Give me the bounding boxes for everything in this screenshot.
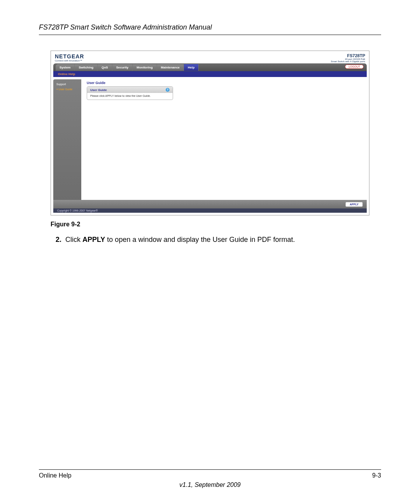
copyright-bar: Copyright © 1996-2007 Netgear®	[53, 208, 367, 213]
content-area: User Guide User Guide ? Please click APP…	[81, 79, 367, 200]
bottom-bar: APPLY	[53, 200, 367, 208]
product-name: FS728TP	[331, 53, 365, 58]
tab-system[interactable]: System	[56, 64, 75, 71]
screenshot-header: NETGEAR Connect with Innovation™ FS728TP…	[51, 51, 369, 63]
logo-tagline: Connect with Innovation™	[55, 60, 84, 62]
product-block: FS728TP 24-port 10/100 PoE Smart Switch …	[331, 53, 365, 63]
instruction-step: 2. Click APPLY to open a window and disp…	[51, 235, 369, 244]
step-text-bold: APPLY	[82, 236, 105, 243]
help-icon[interactable]: ?	[166, 88, 170, 92]
panel-box: User Guide ? Please click APPLY below to…	[87, 86, 173, 100]
tab-monitoring[interactable]: Monitoring	[133, 64, 157, 71]
logout-button[interactable]: LOGOUT	[345, 65, 364, 69]
footer-page-number: 9-3	[372, 472, 381, 479]
page-header-title: FS728TP Smart Switch Software Administra…	[39, 23, 381, 35]
screenshot: NETGEAR Connect with Innovation™ FS728TP…	[51, 51, 369, 215]
step-number: 2.	[51, 235, 65, 244]
figure-container: NETGEAR Connect with Innovation™ FS728TP…	[51, 51, 369, 228]
subnav-online-help[interactable]: Online Help	[53, 71, 367, 77]
logo-block: NETGEAR Connect with Innovation™	[55, 53, 84, 62]
tab-security[interactable]: Security	[112, 64, 133, 71]
page-footer: Online Help 9-3 v1.1, September 2009	[39, 469, 381, 488]
panel-note: Please click APPLY below to view the Use…	[87, 93, 173, 100]
step-text-prefix: Click	[65, 236, 82, 243]
tab-qos[interactable]: QoS	[98, 64, 112, 71]
sidebar: Support » User Guide	[53, 79, 81, 200]
tab-maintenance[interactable]: Maintenance	[157, 64, 184, 71]
step-text-suffix: to open a window and display the User Gu…	[105, 236, 295, 243]
main-area: Support » User Guide User Guide User Gui…	[53, 79, 367, 200]
panel-box-header-label: User Guide	[90, 88, 107, 92]
footer-version: v1.1, September 2009	[39, 481, 381, 488]
panel-title: User Guide	[87, 81, 367, 85]
tab-switching[interactable]: Switching	[75, 64, 98, 71]
apply-button[interactable]: APPLY	[345, 202, 363, 207]
step-text: Click APPLY to open a window and display…	[65, 235, 295, 244]
tab-help[interactable]: Help	[184, 64, 199, 71]
product-desc-2: Smart Switch with 4 Gigabit ports	[331, 60, 365, 63]
footer-row: Online Help 9-3	[39, 472, 381, 479]
footer-rule	[39, 469, 381, 470]
sidebar-item-support[interactable]: Support	[53, 82, 81, 87]
sidebar-item-user-guide[interactable]: » User Guide	[53, 87, 81, 92]
footer-section: Online Help	[39, 472, 72, 479]
tabs-row: System Switching QoS Security Monitoring…	[53, 63, 367, 71]
logo-text: NETGEAR	[55, 53, 84, 60]
panel-box-header: User Guide ?	[87, 87, 173, 93]
figure-caption: Figure 9-2	[51, 221, 369, 228]
